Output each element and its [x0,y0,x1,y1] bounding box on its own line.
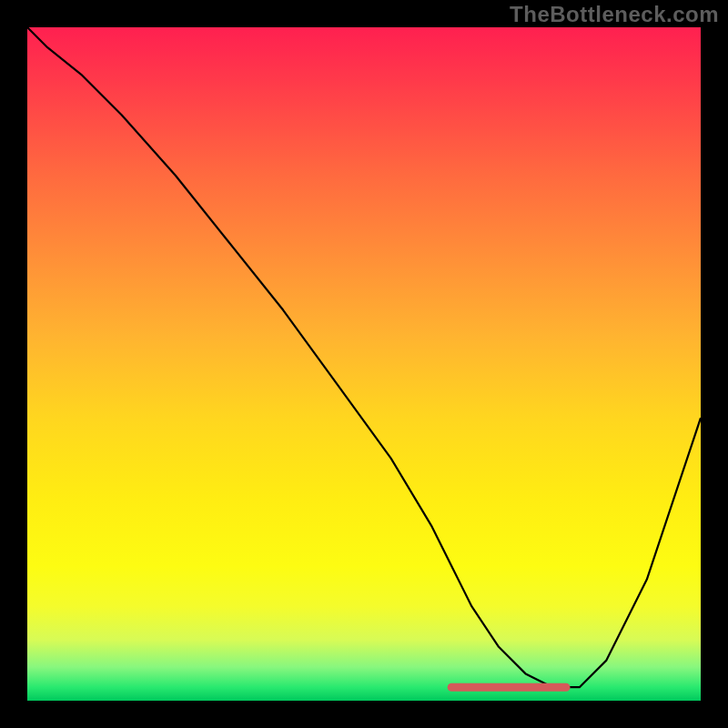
watermark-text: TheBottleneck.com [510,2,719,27]
data-curve [27,27,701,687]
chart-svg [27,27,701,701]
plot-area [27,27,701,701]
chart-frame: TheBottleneck.com [0,0,728,728]
